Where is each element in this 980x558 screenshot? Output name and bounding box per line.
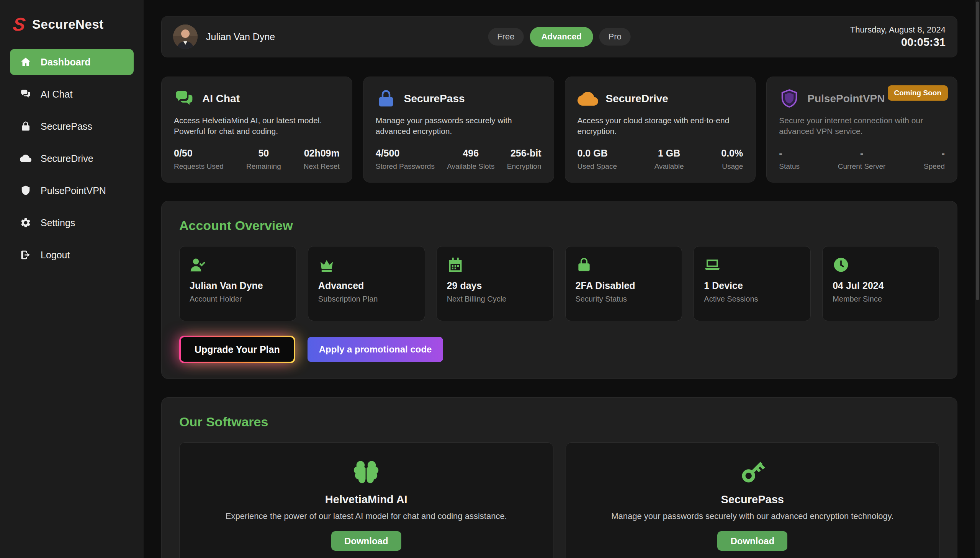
service-title: PulsePointVPN [807,93,885,105]
coming-soon-badge: Coming Soon [888,85,948,101]
section-title-our-softwares: Our Softwares [179,415,939,429]
overview-value: 2FA Disabled [576,280,672,291]
logout-icon [20,249,31,261]
lock-icon [20,121,31,132]
stat: 02h09mNext Reset [304,148,340,171]
cloud-icon [577,89,598,109]
overview-card-member-since: 04 Jul 2024 Member Since [822,246,939,321]
scrollbar-thumb[interactable] [976,2,979,300]
stat: 50Remaining [246,148,281,171]
overview-label: Member Since [832,295,929,304]
stat: 256-bitEncryption [507,148,541,171]
stat: 0/50Requests Used [174,148,224,171]
sidebar-item-label: Settings [41,217,75,228]
stat: 0.0 GBUsed Space [577,148,617,171]
sidebar-item-label: Logout [41,249,70,261]
sidebar-item-settings[interactable]: Settings [10,210,134,236]
upgrade-plan-button-label[interactable]: Upgrade Your Plan [181,337,294,362]
download-button[interactable]: Download [331,531,401,551]
stat: -Speed [924,148,945,171]
overview-label: Subscription Plan [318,295,415,304]
user-name: Julian Van Dyne [206,31,275,43]
current-date: Thursday, August 8, 2024 [850,25,945,35]
overview-card-billing-cycle: 29 days Next Billing Cycle [437,246,554,321]
overview-label: Account Holder [189,295,286,304]
shield-icon [779,89,800,109]
service-card-ai-chat: AI Chat Access HelvetiaMind AI, our late… [161,77,352,182]
sidebar-item-label: Dashboard [41,57,91,68]
overview-value: Julian Van Dyne [189,280,286,291]
datetime: Thursday, August 8, 2024 00:05:31 [850,25,945,49]
stat: -Status [779,148,800,171]
plan-pill-advanced[interactable]: Advanced [529,27,593,47]
service-description: Access your cloud storage with end-to-en… [577,115,743,137]
overview-label: Next Billing Cycle [447,295,543,304]
sidebar-item-label: SecureDrive [41,153,94,164]
shield-icon [20,185,31,196]
sidebar-item-label: SecurePass [41,121,92,132]
sidebar-item-ai-chat[interactable]: AI Chat [10,81,134,107]
app-logo: S SecureNest [0,11,144,49]
top-bar: Julian Van Dyne Free Advanced Pro Thursd… [161,16,957,57]
overview-value: 1 Device [704,280,801,291]
user-chip[interactable]: Julian Van Dyne [173,25,275,49]
overview-value: Advanced [318,280,415,291]
current-time: 00:05:31 [850,36,945,49]
sidebar-item-securepass[interactable]: SecurePass [10,113,134,140]
stat: 4/500Stored Passwords [376,148,435,171]
software-description: Manage your passwords securely with our … [611,511,893,521]
crown-icon [318,256,415,273]
home-icon [20,56,31,68]
service-card-securepass: SecurePass Manage your passwords securel… [363,77,554,182]
service-card-pulsepointvpn: Coming Soon PulsePointVPN Secure your in… [766,77,957,182]
sidebar-item-label: AI Chat [41,89,72,100]
lock-icon [376,89,396,109]
service-description: Manage your passwords securely with adva… [376,115,541,137]
software-card-helvetiamind: HelvetiaMind AI Experience the power of … [179,442,553,558]
clock-icon [832,256,929,273]
service-title: AI Chat [202,93,240,105]
software-description: Experience the power of our latest AI mo… [225,511,507,521]
overview-value: 04 Jul 2024 [832,280,929,291]
gear-icon [20,217,31,228]
section-title-account-overview: Account Overview [179,218,939,233]
overview-label: Active Sessions [704,295,801,304]
software-grid: HelvetiaMind AI Experience the power of … [179,442,939,558]
securenest-logo-icon: S [12,15,26,34]
plan-pill-pro[interactable]: Pro [599,28,631,46]
sidebar-item-dashboard[interactable]: Dashboard [10,49,134,75]
upgrade-plan-button[interactable]: Upgrade Your Plan [179,336,295,363]
service-description: Secure your internet connection with our… [779,115,945,137]
chat-bubbles-icon [20,89,31,100]
overview-grid: Julian Van Dyne Account Holder Advanced … [179,246,939,321]
cloud-icon [20,153,31,164]
overview-card-subscription-plan: Advanced Subscription Plan [308,246,425,321]
software-title: HelvetiaMind AI [325,493,408,506]
service-description: Access HelvetiaMind AI, our latest model… [174,115,340,137]
stat: 1 GBAvailable [654,148,684,171]
service-card-securedrive: SecureDrive Access your cloud storage wi… [565,77,756,182]
sidebar-item-securedrive[interactable]: SecureDrive [10,145,134,171]
overview-value: 29 days [447,280,543,291]
main-content: Julian Van Dyne Free Advanced Pro Thursd… [144,0,980,558]
sidebar-item-logout[interactable]: Logout [10,242,134,268]
promo-code-button[interactable]: Apply a promotional code [307,337,444,362]
calendar-icon [447,256,543,273]
sidebar-nav: Dashboard AI Chat SecurePass SecureDrive… [0,49,144,268]
sidebar-item-label: PulsePointVPN [41,185,106,196]
scrollbar-track[interactable] [975,0,980,558]
chat-bubbles-icon [174,89,194,109]
sidebar-item-pulsepointvpn[interactable]: PulsePointVPN [10,177,134,204]
software-card-securepass: SecurePass Manage your passwords securel… [566,442,940,558]
avatar[interactable] [173,25,197,49]
overview-card-account-holder: Julian Van Dyne Account Holder [179,246,296,321]
overview-label: Security Status [576,295,672,304]
key-icon [738,457,767,486]
laptop-icon [704,256,801,273]
app-title: SecureNest [32,17,104,32]
account-overview-panel: Account Overview Julian Van Dyne Account… [161,201,957,379]
download-button[interactable]: Download [717,531,788,551]
sidebar: S SecureNest Dashboard AI Chat SecurePas… [0,0,144,558]
service-title: SecurePass [404,93,465,105]
plan-pill-free[interactable]: Free [488,28,523,46]
